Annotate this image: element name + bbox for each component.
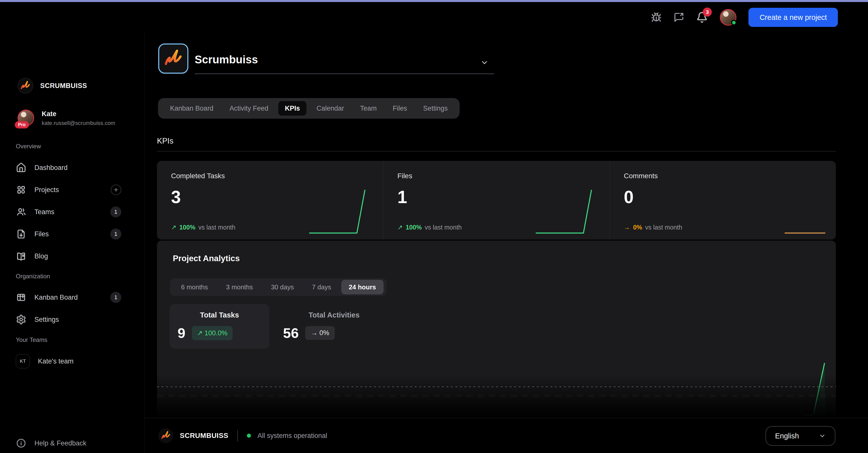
sidebar-item-settings[interactable]: Settings [16,311,129,328]
stat-total-tasks[interactable]: Total Tasks 9 ↗ 100.0% [169,304,270,349]
gear-icon [16,314,26,325]
title-underline [195,74,494,74]
feedback-icon[interactable] [674,12,684,23]
kpi-completed-tasks: Completed Tasks 3 ↗ 100% vs last month [157,161,383,239]
trend-flat-arrow-icon: → [624,224,630,231]
sidebar-item-projects[interactable]: Projects + [16,182,129,198]
footer-brand: SCRUMBUISS [180,432,228,440]
language-value: English [775,432,799,440]
teams-count-badge: 1 [110,206,121,218]
system-status-text: All systems operational [257,432,327,440]
trend-up-arrow-icon: ↗ [397,224,403,231]
sidebar-item-kates-team[interactable]: KT Kate's team [16,353,129,369]
tab-team[interactable]: Team [352,98,385,119]
tab-kanban-board[interactable]: Kanban Board [162,98,221,119]
user-email: kate.russell@scrumbuiss.com [42,120,115,126]
tab-activity-feed[interactable]: Activity Feed [221,98,277,119]
stat-total-activities[interactable]: Total Activities 56 → 0% [275,304,393,349]
chevron-down-icon [819,432,826,440]
chevron-down-icon[interactable] [480,58,489,67]
add-project-button[interactable]: + [111,185,121,195]
range-6-months[interactable]: 6 months [172,278,217,296]
kanban-icon [16,292,26,303]
sparkline-green [533,187,601,235]
project-analytics-card: Project Analytics 6 months 3 months 30 d… [157,240,836,417]
footer: SCRUMBUISS All systems operational Engli… [145,418,868,453]
sparkline-green [307,187,374,235]
divider [237,430,238,442]
online-status-dot [731,20,737,25]
chart-bottom-fade [157,374,836,417]
sidebar-user-card[interactable]: Pro Kate kate.russell@scrumbuiss.com [18,110,115,126]
workspace-tabbar: Kanban Board Activity Feed KPIs Calendar… [158,98,460,119]
range-30-days[interactable]: 30 days [262,278,303,296]
analytics-title: Project Analytics [173,254,240,263]
users-icon [16,207,26,217]
kpi-card-row: Completed Tasks 3 ↗ 100% vs last month F… [157,161,836,239]
create-project-button[interactable]: Create a new project [748,8,838,27]
kpi-files: Files 1 ↗ 100% vs last month [383,161,609,239]
kpi-comments: Comments 0 → 0% vs last month [610,161,836,239]
home-icon [16,162,26,173]
sidebar-item-blog[interactable]: Blog [16,248,129,264]
sidebar-item-kanban-board[interactable]: Kanban Board 1 [16,289,129,306]
sidebar-item-files[interactable]: Files 1 [16,226,129,242]
file-download-icon [16,229,26,239]
user-avatar: Pro [18,110,34,126]
sparkline-amber [760,187,827,235]
user-name: Kate [42,110,115,118]
section-label-organization: Organization [16,273,50,280]
section-label-overview: Overview [16,143,41,150]
sidebar-item-help-feedback[interactable]: Help & Feedback [16,435,129,451]
pro-plan-badge: Pro [15,121,29,129]
brand-name: SCRUMBUISS [40,82,87,90]
brand-logo-icon [18,78,33,93]
tab-files[interactable]: Files [385,98,415,119]
language-select[interactable]: English [766,426,835,446]
tab-kpis[interactable]: KPIs [278,101,306,116]
time-range-selector: 6 months 3 months 30 days 7 days 24 hour… [170,278,386,296]
workspace-title: Scrumbuiss [195,53,258,66]
window-accent-strip [0,0,868,2]
status-dot [247,434,251,438]
topbar: 3 Create a new project [0,2,868,33]
grid-icon [16,185,26,195]
user-avatar[interactable] [720,9,736,26]
info-icon [16,438,26,449]
sidebar-brand[interactable]: SCRUMBUISS [18,78,87,93]
sidebar: SCRUMBUISS Pro Kate kate.russell@scrumbu… [0,33,145,453]
tab-settings[interactable]: Settings [415,98,456,119]
sidebar-item-teams[interactable]: Teams 1 [16,204,129,220]
workspace-logo[interactable] [158,44,188,74]
range-3-months[interactable]: 3 months [217,278,262,296]
tab-calendar[interactable]: Calendar [308,98,352,119]
brand-logo-icon [158,428,173,443]
range-24-hours[interactable]: 24 hours [341,280,383,294]
team-avatar: KT [16,354,30,368]
delta-pill-green: ↗ 100.0% [192,326,232,340]
kpi-section-title: KPIs [157,137,173,146]
book-icon [16,251,26,261]
kanban-count-badge: 1 [110,292,121,303]
files-count-badge: 1 [110,228,121,239]
notifications-bell-icon[interactable]: 3 [696,11,708,23]
section-label-your-teams: Your Teams [16,336,47,343]
trend-up-arrow-icon: ↗ [171,224,176,231]
range-7-days[interactable]: 7 days [303,278,340,296]
delta-pill-gray: → 0% [305,326,335,340]
bug-report-icon[interactable] [651,12,661,23]
divider [157,151,836,151]
sidebar-item-dashboard[interactable]: Dashboard [16,160,129,176]
notifications-badge: 3 [703,7,712,17]
